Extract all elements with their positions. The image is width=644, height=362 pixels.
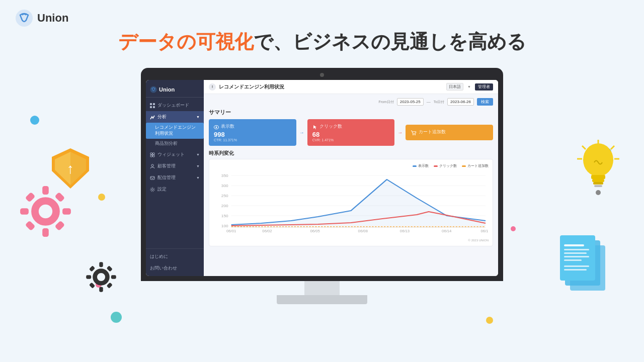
sidebar-label-engine: レコメンドエンジン利用状況 [155, 125, 200, 137]
legend-cart: カート追加数 [462, 163, 489, 168]
svg-point-16 [99, 275, 104, 280]
svg-point-46 [150, 86, 156, 93]
sidebar-item-analysis[interactable]: 分析 ▼ [146, 111, 204, 123]
svg-text:06/05: 06/05 [310, 230, 319, 233]
svg-text:300: 300 [221, 184, 228, 188]
monitor-body: Union ダッシュボード 分析 ▼ レコメンドエンジン利用状況 商品別分析 [141, 68, 503, 281]
main-content: ! レコメンドエンジン利用状況 日本語 ▼ 管理者 From日付 2023-05… [204, 80, 498, 276]
logo-text: Union [37, 12, 68, 25]
svg-rect-7 [42, 186, 49, 195]
svg-rect-53 [150, 155, 152, 157]
customers-expand-icon: ▼ [196, 164, 200, 168]
sidebar-logo: Union [146, 84, 204, 98]
sidebar-item-customers[interactable]: 顧客管理 ▼ [146, 160, 204, 172]
cart-icon [411, 130, 417, 135]
clicks-sub: CVR: 1.471% [312, 138, 390, 142]
widget-icon [150, 152, 155, 157]
legend-blue-dot [413, 165, 417, 167]
headline-rest: で、ビジネスの見通しを高める [254, 31, 526, 52]
svg-rect-28 [593, 182, 603, 185]
svg-text:350: 350 [221, 174, 228, 178]
svg-point-35 [596, 190, 601, 195]
to-date-input[interactable]: 2023-06-26 [447, 98, 474, 106]
customers-icon [150, 164, 155, 169]
dropdown-icon: ▼ [467, 85, 471, 88]
lang-selector[interactable]: 日本語 [446, 83, 463, 90]
svg-rect-54 [153, 155, 155, 157]
svg-rect-8 [42, 228, 49, 237]
sidebar-item-engine[interactable]: レコメンドエンジン利用状況 [146, 123, 204, 139]
gear-dark-icon [86, 261, 117, 293]
svg-rect-17 [99, 262, 103, 267]
svg-rect-9 [20, 208, 29, 215]
svg-point-60 [216, 126, 217, 128]
svg-rect-40 [564, 249, 589, 250]
sidebar-label-products: 商品別分析 [155, 141, 178, 147]
analysis-icon [150, 115, 155, 120]
sidebar-item-start[interactable]: はじめに [146, 251, 204, 262]
sidebar-label-delivery: 配信管理 [157, 174, 176, 181]
legend-clicks-label: クリック数 [439, 163, 457, 168]
header: Union [15, 9, 68, 27]
svg-rect-10 [62, 208, 71, 215]
svg-rect-38 [560, 235, 595, 281]
svg-rect-42 [564, 256, 589, 257]
shield-icon: ↑ [48, 146, 93, 191]
widgets-expand-icon: ▼ [196, 153, 200, 156]
svg-point-58 [150, 188, 154, 192]
svg-rect-56 [150, 176, 154, 179]
impressions-card: 表示数 998 CTR: 11.371% [209, 119, 296, 146]
card-header: 表示数 [214, 123, 291, 131]
sidebar-item-widgets[interactable]: ウィジェット ▼ [146, 149, 204, 160]
svg-rect-22 [107, 265, 113, 272]
search-button[interactable]: 検索 [477, 98, 493, 106]
svg-rect-26 [591, 175, 605, 179]
legend-red-dot [434, 165, 438, 167]
sidebar-item-contact[interactable]: お問い合わせ [146, 262, 204, 274]
deco-dot-4 [111, 312, 122, 323]
svg-rect-45 [564, 269, 587, 270]
svg-marker-75 [231, 179, 486, 226]
sidebar-item-products[interactable]: 商品別分析 [146, 139, 204, 149]
cart-card-header: カート追加数 [411, 129, 488, 136]
svg-rect-14 [54, 220, 65, 231]
logo-icon [15, 9, 33, 27]
svg-text:06/01: 06/01 [226, 230, 236, 233]
arrow-2: → [397, 130, 403, 135]
sidebar-item-settings[interactable]: 設定 [146, 184, 204, 195]
svg-rect-52 [153, 153, 155, 155]
sidebar-item-dashboard[interactable]: ダッシュボード [146, 100, 204, 111]
svg-rect-34 [594, 185, 602, 187]
camera-dot [320, 73, 324, 77]
svg-rect-18 [99, 287, 103, 292]
impressions-label: 表示数 [221, 123, 234, 130]
svg-rect-50 [153, 106, 155, 108]
sidebar-label-start: はじめに [150, 253, 168, 260]
svg-line-30 [582, 146, 586, 149]
svg-line-31 [611, 146, 614, 149]
sidebar-item-delivery[interactable]: 配信管理 ▼ [146, 172, 204, 184]
svg-rect-12 [54, 192, 65, 203]
monitor-screen: Union ダッシュボード 分析 ▼ レコメンドエンジン利用状況 商品別分析 [146, 80, 498, 276]
svg-text:06/14: 06/14 [442, 230, 451, 233]
sidebar-label-contact: お問い合わせ [150, 265, 177, 272]
svg-rect-24 [107, 283, 113, 289]
impressions-sub: CTR: 11.371% [214, 138, 291, 142]
sidebar-label-widgets: ウィジェット [157, 151, 185, 158]
monitor-stand-neck [304, 281, 340, 295]
page-title: レコメンドエンジン利用状況 [219, 83, 284, 90]
from-date-input[interactable]: 2023-05-25 [397, 98, 424, 106]
clicks-card: クリック数 68 CVR: 1.471% [307, 119, 395, 146]
main-headline: データの可視化で、ビジネスの見通しを高める [0, 29, 644, 55]
arrow-1: → [299, 130, 304, 135]
svg-rect-44 [564, 265, 589, 267]
legend-cart-label: カート追加数 [467, 163, 489, 168]
eye-icon [214, 125, 219, 129]
legend-impressions: 表示数 [413, 163, 429, 168]
user-badge[interactable]: 管理者 [475, 83, 493, 90]
chart-title: 時系列変化 [209, 150, 493, 157]
svg-rect-19 [86, 275, 91, 279]
svg-text:250: 250 [221, 194, 228, 198]
svg-text:06/02: 06/02 [262, 230, 272, 233]
sidebar-logo-icon [150, 86, 157, 93]
